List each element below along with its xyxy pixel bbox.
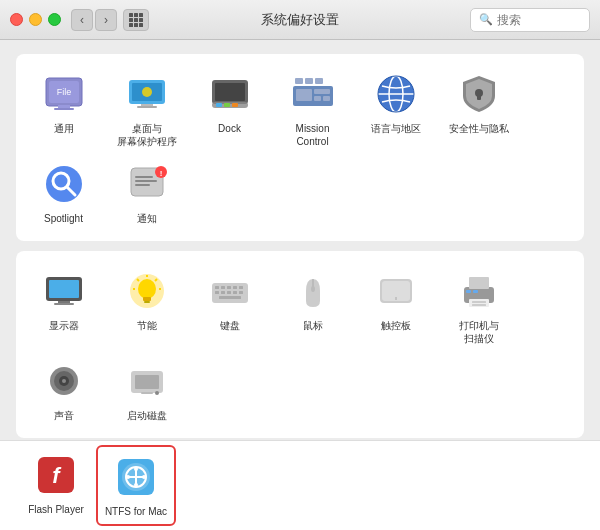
item-spotlight[interactable]: Spotlight bbox=[22, 154, 105, 231]
ntfs-label: NTFS for Mac bbox=[105, 505, 167, 518]
svg-rect-73 bbox=[466, 290, 471, 293]
item-mouse[interactable]: 鼠标 bbox=[271, 261, 354, 351]
search-icon: 🔍 bbox=[479, 13, 493, 26]
ntfs-icon bbox=[112, 453, 160, 501]
item-displays[interactable]: 显示器 bbox=[22, 261, 105, 351]
svg-rect-75 bbox=[472, 301, 486, 303]
svg-rect-13 bbox=[216, 103, 222, 107]
mission-label: MissionControl bbox=[296, 122, 330, 148]
svg-rect-58 bbox=[239, 286, 243, 289]
item-dock[interactable]: Dock bbox=[188, 64, 271, 154]
svg-rect-59 bbox=[215, 291, 219, 294]
svg-rect-15 bbox=[232, 103, 238, 107]
minimize-button[interactable] bbox=[29, 13, 42, 26]
notifications-label: 通知 bbox=[137, 212, 157, 225]
svg-text:File: File bbox=[56, 87, 71, 97]
item-flashplayer[interactable]: f Flash Player bbox=[16, 445, 96, 526]
item-ntfs[interactable]: NTFS for Mac bbox=[96, 445, 176, 526]
notifications-icon: ! bbox=[123, 160, 171, 208]
sound-label: 声音 bbox=[54, 409, 74, 422]
mission-icon bbox=[289, 70, 337, 118]
flashplayer-label: Flash Player bbox=[28, 503, 84, 516]
svg-line-51 bbox=[137, 279, 139, 281]
svg-point-30 bbox=[46, 166, 82, 202]
flash-icon: f bbox=[32, 451, 80, 499]
svg-line-49 bbox=[155, 279, 157, 281]
item-notifications[interactable]: ! 通知 bbox=[105, 154, 188, 231]
section-personal: File 通用 桌面与屏幕保护程序 bbox=[16, 54, 584, 241]
svg-point-140 bbox=[142, 475, 146, 479]
svg-rect-18 bbox=[314, 89, 330, 94]
svg-rect-14 bbox=[224, 103, 230, 107]
svg-rect-64 bbox=[219, 296, 241, 299]
item-language[interactable]: 语言与地区 bbox=[354, 64, 437, 154]
window-title: 系统偏好设置 bbox=[261, 11, 339, 29]
item-desktop[interactable]: 桌面与屏幕保护程序 bbox=[105, 64, 188, 154]
svg-rect-55 bbox=[221, 286, 225, 289]
svg-rect-71 bbox=[469, 277, 489, 289]
maximize-button[interactable] bbox=[48, 13, 61, 26]
startup-label: 启动磁盘 bbox=[127, 409, 167, 422]
item-startup[interactable]: 启动磁盘 bbox=[105, 351, 188, 428]
svg-rect-21 bbox=[295, 78, 303, 84]
item-printers[interactable]: 打印机与扫描仪 bbox=[437, 261, 520, 351]
svg-rect-61 bbox=[227, 291, 231, 294]
svg-rect-9 bbox=[137, 106, 157, 108]
displays-icon bbox=[40, 267, 88, 315]
general-icon: File bbox=[40, 70, 88, 118]
desktop-icon bbox=[123, 70, 171, 118]
svg-rect-38 bbox=[135, 180, 157, 182]
svg-rect-47 bbox=[144, 301, 150, 303]
mouse-icon bbox=[289, 267, 337, 315]
item-mission[interactable]: MissionControl bbox=[271, 64, 354, 154]
grid-icon bbox=[129, 13, 143, 27]
trackpad-icon bbox=[372, 267, 420, 315]
svg-rect-22 bbox=[305, 78, 313, 84]
energy-label: 节能 bbox=[137, 319, 157, 332]
printers-label: 打印机与扫描仪 bbox=[459, 319, 499, 345]
svg-rect-74 bbox=[473, 290, 478, 293]
item-security[interactable]: 安全性与隐私 bbox=[437, 64, 520, 154]
forward-button[interactable]: › bbox=[95, 9, 117, 31]
dock-icon bbox=[206, 70, 254, 118]
svg-rect-62 bbox=[233, 291, 237, 294]
traffic-lights bbox=[10, 13, 61, 26]
displays-label: 显示器 bbox=[49, 319, 79, 332]
svg-point-138 bbox=[134, 483, 138, 487]
search-input[interactable] bbox=[497, 13, 581, 27]
item-tongyong[interactable]: File 通用 bbox=[22, 64, 105, 154]
svg-rect-82 bbox=[135, 375, 159, 389]
dock-label: Dock bbox=[218, 122, 241, 135]
grid-view-button[interactable] bbox=[123, 9, 149, 31]
mouse-label: 鼠标 bbox=[303, 319, 323, 332]
svg-point-66 bbox=[311, 286, 315, 292]
svg-point-139 bbox=[126, 475, 130, 479]
svg-rect-20 bbox=[323, 96, 330, 101]
svg-rect-63 bbox=[239, 291, 243, 294]
nav-buttons: ‹ › bbox=[71, 9, 117, 31]
svg-rect-60 bbox=[221, 291, 225, 294]
spotlight-label: Spotlight bbox=[44, 212, 83, 225]
svg-point-80 bbox=[62, 379, 66, 383]
svg-rect-3 bbox=[54, 108, 74, 110]
item-energy[interactable]: 节能 bbox=[105, 261, 188, 351]
svg-rect-46 bbox=[143, 297, 151, 301]
svg-point-84 bbox=[155, 391, 159, 395]
svg-rect-23 bbox=[315, 78, 323, 84]
back-button[interactable]: ‹ bbox=[71, 9, 93, 31]
sound-icon bbox=[40, 357, 88, 405]
svg-rect-37 bbox=[135, 176, 153, 178]
close-button[interactable] bbox=[10, 13, 23, 26]
printers-icon bbox=[455, 267, 503, 315]
section-hardware: 显示器 bbox=[16, 251, 584, 438]
svg-rect-17 bbox=[296, 89, 312, 101]
svg-point-137 bbox=[134, 467, 138, 471]
search-box[interactable]: 🔍 bbox=[470, 8, 590, 32]
item-trackpad[interactable]: 触控板 bbox=[354, 261, 437, 351]
svg-point-45 bbox=[138, 279, 156, 299]
keyboard-label: 键盘 bbox=[220, 319, 240, 332]
svg-rect-54 bbox=[215, 286, 219, 289]
item-sound[interactable]: 声音 bbox=[22, 351, 105, 428]
svg-rect-57 bbox=[233, 286, 237, 289]
item-keyboard[interactable]: 键盘 bbox=[188, 261, 271, 351]
